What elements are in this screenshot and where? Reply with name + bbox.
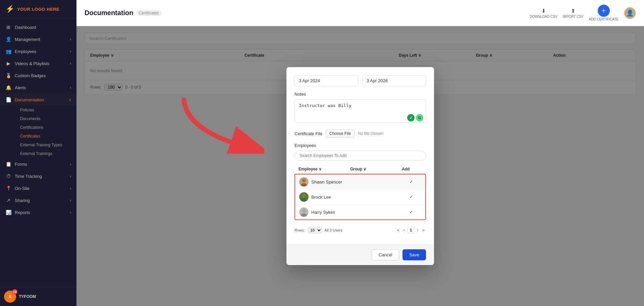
add-certificate-modal: Notes ✓ G Certificate File Choose File N… bbox=[286, 67, 434, 265]
sidebar-item-sharing[interactable]: ↗ Sharing › bbox=[0, 194, 76, 206]
sidebar-bottom[interactable]: S 23 TYFOOM bbox=[0, 287, 76, 306]
employee-table-header: Employee ∨ Group ∨ Add bbox=[294, 165, 426, 174]
modal-body: Notes ✓ G Certificate File Choose File N… bbox=[286, 67, 434, 244]
sidebar-item-on-site[interactable]: 📍 On-Site › bbox=[0, 182, 76, 194]
sidebar: ⚡ YOUR LOGO HERE ⊞ Dashboard 👤 Managemen… bbox=[0, 0, 76, 306]
main-content: Documentation Certificates ⬇ DOWNLOAD CS… bbox=[76, 0, 644, 306]
pagination: « ‹ 1 › » bbox=[396, 227, 426, 234]
add-cert-label: ADD CERTIFICATE bbox=[589, 17, 619, 21]
current-page: 1 bbox=[408, 227, 415, 234]
next-page-button[interactable]: › bbox=[416, 227, 420, 233]
page-content: Search Certificates Employee ∨ Certifica… bbox=[76, 26, 644, 306]
notes-grammar-icon[interactable]: G bbox=[416, 114, 423, 121]
sharing-icon: ↗ bbox=[5, 198, 11, 203]
import-csv-label: IMPORT CSV bbox=[563, 15, 584, 18]
chevron-right-icon: › bbox=[70, 199, 71, 202]
table-row: Harry Sykes ✓ bbox=[295, 205, 425, 219]
last-page-button[interactable]: » bbox=[421, 227, 426, 233]
sidebar-item-management[interactable]: 👤 Management › bbox=[0, 33, 76, 45]
add-certificate-button[interactable]: + bbox=[598, 5, 610, 17]
sidebar-item-certifications[interactable]: Certifications bbox=[15, 123, 76, 132]
end-date-input[interactable] bbox=[362, 75, 426, 86]
employee-name: Shawn Spencer bbox=[311, 180, 342, 185]
sidebar-item-forms[interactable]: 📋 Forms › bbox=[0, 158, 76, 170]
start-date-input[interactable] bbox=[294, 75, 358, 86]
badges-icon: 🏅 bbox=[5, 73, 11, 78]
modal-overlay: Notes ✓ G Certificate File Choose File N… bbox=[76, 26, 644, 306]
first-page-button[interactable]: « bbox=[396, 227, 401, 233]
logo-area[interactable]: ⚡ YOUR LOGO HERE bbox=[0, 0, 76, 18]
user-avatar[interactable]: 👤 bbox=[624, 7, 636, 19]
avatar bbox=[299, 207, 309, 217]
sidebar-item-label: Forms bbox=[15, 162, 27, 167]
page-header: Documentation Certificates ⬇ DOWNLOAD CS… bbox=[76, 0, 644, 26]
save-button[interactable]: Save bbox=[402, 249, 426, 260]
sidebar-item-policies[interactable]: Policies bbox=[15, 106, 76, 114]
sort-icon[interactable]: ∨ bbox=[319, 167, 322, 171]
chevron-right-icon: › bbox=[70, 174, 71, 178]
emp-col-add: Add bbox=[402, 167, 422, 171]
notification-badge: 23 bbox=[12, 289, 17, 295]
notes-check-icon[interactable]: ✓ bbox=[407, 114, 415, 121]
notes-action-icons: ✓ G bbox=[407, 114, 423, 121]
annotation-arrow bbox=[177, 93, 264, 154]
sidebar-item-label: Dashboard bbox=[15, 25, 36, 30]
sidebar-item-time-tracking[interactable]: ⏱ Time Tracking › bbox=[0, 170, 76, 182]
avatar bbox=[299, 177, 309, 187]
employee-name-cell: Brock Lee bbox=[299, 192, 350, 202]
cert-file-label: Certificate File bbox=[294, 131, 322, 136]
date-fields bbox=[294, 75, 426, 86]
documentation-icon: 📄 bbox=[5, 97, 11, 102]
sidebar-item-documents[interactable]: Documents bbox=[15, 114, 76, 123]
sidebar-item-reports[interactable]: 📊 Reports › bbox=[0, 206, 76, 218]
choose-file-button[interactable]: Choose File bbox=[326, 130, 355, 138]
sidebar-item-external-trainings[interactable]: External Trainings bbox=[15, 149, 76, 158]
sidebar-item-label: Documentation bbox=[15, 97, 44, 102]
employee-search-input[interactable] bbox=[294, 151, 426, 161]
dashboard-icon: ⊞ bbox=[5, 24, 11, 30]
sidebar-item-videos[interactable]: ▶ Videos & Playlists › bbox=[0, 57, 76, 69]
sidebar-item-custom-badges[interactable]: 🏅 Custom Badges bbox=[0, 69, 76, 82]
add-checkmark[interactable]: ✓ bbox=[401, 210, 421, 214]
sidebar-item-alerts[interactable]: 🔔 Alerts › bbox=[0, 82, 76, 94]
emp-rows-select[interactable]: 10 bbox=[308, 227, 322, 234]
svg-point-3 bbox=[302, 194, 306, 198]
sidebar-item-documentation[interactable]: 📄 Documentation ∨ bbox=[0, 94, 76, 106]
employees-label: Employees bbox=[294, 143, 426, 148]
sidebar-item-label: Custom Badges bbox=[15, 73, 46, 78]
no-file-text: No file chosen bbox=[358, 131, 383, 136]
table-row: Brock Lee ✓ bbox=[295, 190, 425, 205]
import-csv-button[interactable]: ⬆ IMPORT CSV bbox=[563, 8, 584, 18]
svg-point-4 bbox=[301, 198, 307, 202]
prev-page-button[interactable]: ‹ bbox=[402, 227, 406, 233]
notes-textarea[interactable] bbox=[294, 99, 426, 123]
sidebar-item-certificates[interactable]: Certificates bbox=[15, 132, 76, 141]
svg-point-6 bbox=[301, 213, 307, 217]
logo-icon: ⚡ bbox=[5, 5, 14, 13]
avatar bbox=[299, 192, 309, 202]
sidebar-item-external-training-types[interactable]: External Training Types bbox=[15, 141, 76, 149]
cert-file-row: Certificate File Choose File No file cho… bbox=[294, 130, 426, 138]
employee-name-cell: Shawn Spencer bbox=[299, 177, 350, 187]
download-csv-button[interactable]: ⬇ DOWNLOAD CSV bbox=[530, 8, 557, 18]
add-checkmark[interactable]: ✓ bbox=[401, 180, 421, 184]
chevron-right-icon: › bbox=[70, 38, 71, 41]
breadcrumb: Certificates bbox=[136, 10, 162, 16]
table-row: Shawn Spencer ✓ bbox=[295, 174, 425, 190]
sort-icon[interactable]: ∨ bbox=[363, 167, 366, 171]
svg-point-1 bbox=[302, 178, 306, 183]
add-checkmark[interactable]: ✓ bbox=[401, 195, 421, 199]
employee-name-cell: Harry Sykes bbox=[299, 207, 350, 217]
chevron-right-icon: › bbox=[70, 86, 71, 90]
chevron-right-icon: › bbox=[70, 162, 71, 166]
cancel-button[interactable]: Cancel bbox=[372, 249, 399, 260]
employee-name: Harry Sykes bbox=[311, 210, 335, 215]
sidebar-item-dashboard[interactable]: ⊞ Dashboard bbox=[0, 21, 76, 33]
forms-icon: 📋 bbox=[5, 161, 11, 167]
time-tracking-icon: ⏱ bbox=[5, 173, 11, 179]
sidebar-item-employees[interactable]: 👥 Employees › bbox=[0, 45, 76, 57]
logo-text: YOUR LOGO HERE bbox=[17, 7, 59, 12]
chevron-down-icon: ∨ bbox=[69, 98, 71, 102]
emp-col-group: Group ∨ bbox=[350, 167, 402, 171]
sidebar-item-label: On-Site bbox=[15, 186, 30, 191]
